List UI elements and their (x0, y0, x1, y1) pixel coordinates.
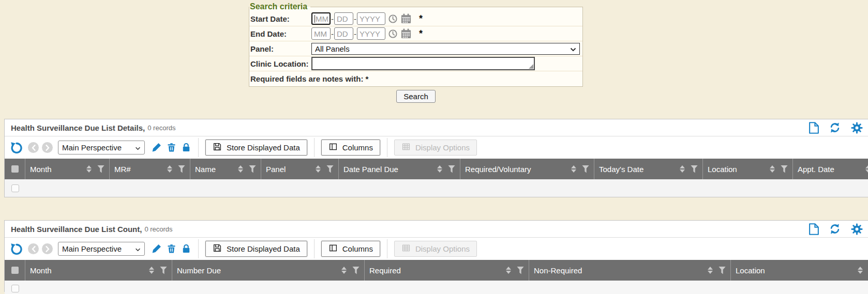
toolbar-divider (198, 239, 199, 258)
columns-button[interactable]: Columns (321, 140, 380, 156)
perspective-select[interactable]: Main Perspective (58, 141, 145, 154)
sort-icon[interactable] (770, 165, 775, 173)
due-list-count-section: Health Surveillance Due List Count, 0 re… (4, 220, 868, 292)
column-header-month[interactable]: Month (25, 159, 110, 179)
sort-icon[interactable] (858, 267, 863, 274)
chevron-right-icon[interactable] (42, 142, 53, 153)
perspective-select[interactable]: Main Perspective (58, 242, 145, 256)
column-label: Required/Voluntary (465, 165, 531, 174)
sort-icon[interactable] (437, 165, 442, 173)
filter-icon[interactable] (160, 267, 167, 274)
section-title-bar: Health Surveillance Due List Details, 0 … (5, 119, 868, 136)
lock-icon[interactable] (181, 142, 191, 153)
filter-icon[interactable] (691, 165, 698, 173)
sort-icon[interactable] (506, 267, 511, 274)
end-date-year-input[interactable]: YYYY (357, 27, 385, 40)
sort-icon[interactable] (86, 165, 92, 173)
chevron-left-icon[interactable] (28, 243, 39, 254)
start-date-day-input[interactable]: DD (334, 12, 353, 25)
sort-icon[interactable] (149, 267, 154, 274)
column-header-panel[interactable]: Panel (261, 159, 339, 179)
chevron-right-icon[interactable] (42, 243, 53, 254)
pencil-icon[interactable] (151, 142, 162, 153)
select-all-checkbox[interactable] (11, 165, 19, 173)
panel-select[interactable]: All Panels (311, 43, 580, 55)
column-header-mr-[interactable]: MR# (110, 159, 190, 179)
column-header-number-due[interactable]: Number Due (172, 260, 365, 281)
clock-icon[interactable] (388, 29, 398, 39)
record-count: 0 records (147, 124, 175, 132)
panel-selected-value: All Panels (315, 44, 350, 53)
gear-icon[interactable] (851, 122, 863, 134)
start-date-year-input[interactable]: YYYY (357, 12, 385, 25)
gear-icon[interactable] (851, 223, 863, 235)
clinic-location-label: Clinic Location: (250, 59, 311, 68)
document-icon[interactable] (809, 223, 819, 235)
resize-grip[interactable] (529, 64, 533, 69)
filter-icon[interactable] (719, 267, 726, 274)
end-date-day-input[interactable]: DD (334, 27, 353, 40)
column-header-month[interactable]: Month (25, 260, 172, 281)
sort-icon[interactable] (708, 267, 713, 274)
search-button[interactable]: Search (396, 90, 436, 103)
clinic-location-input[interactable] (311, 57, 535, 70)
sort-icon[interactable] (680, 165, 685, 173)
filter-icon[interactable] (97, 165, 104, 173)
undo-icon[interactable] (10, 141, 23, 154)
undo-icon[interactable] (10, 242, 23, 255)
sort-icon[interactable] (316, 165, 321, 173)
column-header-location[interactable]: Location (703, 159, 793, 179)
filter-icon[interactable] (781, 165, 788, 173)
end-date-month-input[interactable]: MM (311, 27, 331, 40)
column-header-location[interactable]: Location (731, 260, 868, 281)
trash-icon[interactable] (167, 243, 176, 254)
filter-icon[interactable] (249, 165, 256, 173)
start-date-row: Start Date: MM - DD - YYYY * (249, 11, 582, 26)
refresh-icon[interactable] (829, 223, 841, 235)
columns-button[interactable]: Columns (321, 241, 380, 257)
filter-icon[interactable] (352, 267, 360, 274)
store-displayed-data-button[interactable]: Store Displayed Data (205, 140, 307, 156)
column-header-today-s-date[interactable]: Today's Date (594, 159, 703, 179)
filter-icon[interactable] (178, 165, 185, 173)
sort-icon[interactable] (167, 165, 172, 173)
grid-toolbar: Main Perspective Store Displayed Data Co… (5, 136, 868, 159)
sort-icon[interactable] (341, 267, 347, 274)
column-header-required[interactable]: Required (365, 260, 529, 281)
calendar-icon[interactable] (400, 13, 412, 24)
display-options-button: Display Options (394, 241, 477, 257)
filter-icon[interactable] (582, 165, 589, 173)
store-displayed-data-button[interactable]: Store Displayed Data (205, 241, 307, 257)
filter-icon[interactable] (326, 165, 334, 173)
filter-icon[interactable] (517, 267, 524, 274)
end-date-label: End Date: (250, 29, 311, 38)
document-icon[interactable] (809, 122, 819, 134)
toolbar-divider (387, 138, 387, 157)
display-options-button: Display Options (394, 140, 477, 156)
save-icon (213, 142, 222, 153)
toolbar-divider (198, 138, 199, 157)
sort-icon[interactable] (865, 165, 868, 173)
pencil-icon[interactable] (151, 243, 162, 254)
row-checkbox[interactable] (11, 285, 19, 292)
column-label: Number Due (177, 266, 221, 275)
start-date-month-input[interactable]: MM (311, 12, 331, 25)
select-all-checkbox[interactable] (11, 267, 19, 274)
trash-icon[interactable] (167, 142, 176, 153)
clock-icon[interactable] (388, 14, 398, 24)
lock-icon[interactable] (181, 243, 191, 254)
clinic-location-row: Clinic Location: (249, 56, 582, 71)
column-header-required-voluntary[interactable]: Required/Voluntary (460, 159, 594, 179)
column-header-name[interactable]: Name (190, 159, 261, 179)
column-header-appt-date[interactable]: Appt. Date (793, 159, 868, 179)
filter-icon[interactable] (448, 165, 455, 173)
column-header-date-panel-due[interactable]: Date Panel Due (339, 159, 460, 179)
refresh-icon[interactable] (829, 122, 841, 133)
chevron-left-icon[interactable] (28, 142, 39, 153)
column-header-non-required[interactable]: Non-Required (529, 260, 731, 281)
row-checkbox[interactable] (11, 184, 19, 192)
sort-icon[interactable] (571, 165, 576, 173)
sort-icon[interactable] (238, 165, 243, 173)
calendar-icon[interactable] (400, 28, 412, 39)
search-button-row: Search (249, 90, 583, 103)
